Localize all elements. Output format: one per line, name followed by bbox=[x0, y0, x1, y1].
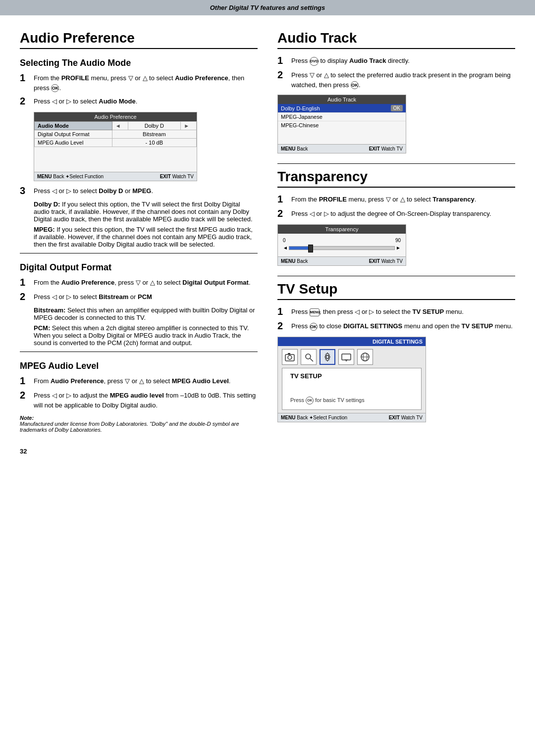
page-number-text: 32 bbox=[20, 448, 27, 455]
slider-thumb bbox=[308, 245, 313, 252]
menu-back-label: MENU Back ✦Select Function bbox=[37, 174, 104, 179]
table-cell-label: MPEG Audio Level bbox=[35, 139, 112, 147]
audio-track-empty bbox=[278, 129, 406, 144]
pcm-term: PCM: bbox=[34, 324, 50, 332]
mpeg-description: MPEG: If you select this option, the TV … bbox=[34, 226, 258, 248]
ok-button-icon: OK bbox=[51, 84, 59, 92]
transparency-bottom-bar: MENU Back EXIT Watch TV bbox=[278, 256, 406, 265]
step-content: Press ▽ or △ to select the preferred aud… bbox=[291, 70, 515, 90]
step-content: Press ◁ or ▷ to adjust the degree of On-… bbox=[291, 209, 515, 219]
mpeg-audio-level-title: MPEG Audio Level bbox=[20, 361, 258, 371]
step-number: 2 bbox=[277, 208, 291, 219]
step-content: Press ◁ or ▷ to adjust the MPEG audio le… bbox=[34, 391, 258, 410]
top-bar: Other Digital TV features and settings bbox=[0, 0, 535, 15]
transparency-slider[interactable] bbox=[289, 246, 395, 250]
tv-setup-steps: 1 Press MENU, then press ◁ or ▷ to selec… bbox=[277, 307, 515, 332]
svg-rect-6 bbox=[342, 354, 351, 360]
slider-max-label: 90 bbox=[395, 238, 401, 243]
ok-badge: OK bbox=[391, 105, 403, 111]
exit-label: EXIT Watch TV bbox=[389, 415, 423, 420]
transparency-slider-area: 0 90 ◄ ► bbox=[278, 234, 406, 256]
mpeg-audio-level-steps: 1 From Audio Preference, press ▽ or △ to… bbox=[20, 376, 258, 410]
svg-point-3 bbox=[306, 354, 311, 359]
step-content: Press ◁ or ▷ to select Dolby D or MPEG. bbox=[34, 186, 258, 196]
ds-icon-camera bbox=[282, 349, 298, 365]
step-content: Press DVD to display Audio Track directl… bbox=[291, 56, 515, 66]
ds-icon-globe bbox=[357, 349, 373, 365]
tv-setup-spacer bbox=[286, 381, 417, 396]
section-divider bbox=[277, 163, 515, 164]
step-item: 2 Press ◁ or ▷ to adjust the MPEG audio … bbox=[20, 391, 258, 410]
bitstream-term: Bitstream: bbox=[34, 306, 65, 314]
page-number: 32 bbox=[0, 443, 535, 460]
transparency-title: Transparency bbox=[277, 169, 515, 188]
digital-settings-ui-box: DIGITAL SETTINGS bbox=[277, 337, 426, 422]
step-item: 1 Press MENU, then press ◁ or ▷ to selec… bbox=[277, 307, 515, 317]
slider-container: ◄ ► bbox=[283, 245, 401, 251]
selecting-audio-mode-steps: 1 From the PROFILE menu, press ▽ or △ to… bbox=[20, 73, 258, 107]
audio-track-bottom-bar: MENU Back EXIT Watch TV bbox=[278, 144, 406, 153]
pcm-text: Select this when a 2ch digital stereo am… bbox=[34, 324, 249, 347]
step-number: 2 bbox=[20, 96, 34, 107]
arrow-right-icon: ► bbox=[396, 245, 401, 251]
digital-settings-icons bbox=[278, 346, 426, 368]
ds-icon-tv bbox=[338, 349, 354, 365]
ds-icon-gear bbox=[320, 349, 335, 365]
ok-icon: OK bbox=[351, 81, 359, 89]
transparency-labels: 0 90 bbox=[283, 238, 401, 243]
exit-label: EXIT Watch TV bbox=[369, 146, 403, 151]
section-divider bbox=[20, 352, 258, 352]
audio-track-ui-box: Audio Track Dolby D-English OK MPEG-Japa… bbox=[277, 95, 406, 153]
tv-setup-title: TV Setup bbox=[277, 281, 515, 300]
left-column: Audio Preference Selecting The Audio Mod… bbox=[20, 30, 258, 433]
note-text: Manufactured under license from Dolby La… bbox=[20, 421, 258, 433]
step-content: Press ◁ or ▷ to select Bitstream or PCM bbox=[34, 292, 258, 302]
transparency-box-title: Transparency bbox=[278, 225, 406, 234]
step-item: 2 Press ◁ or ▷ to select Bitstream or PC… bbox=[20, 292, 258, 302]
step-number: 2 bbox=[277, 320, 291, 332]
step-content: From the PROFILE menu, press ▽ or △ to s… bbox=[291, 195, 515, 204]
step-number: 1 bbox=[277, 55, 291, 66]
transparency-steps: 1 From the PROFILE menu, press ▽ or △ to… bbox=[277, 195, 515, 219]
step-number: 3 bbox=[20, 185, 34, 197]
exit-label: EXIT Watch TV bbox=[369, 258, 403, 264]
ok-button-icon: OK bbox=[310, 323, 318, 331]
step-item: 2 Press ◁ or ▷ to adjust the degree of O… bbox=[277, 209, 515, 219]
step-number: 1 bbox=[20, 277, 34, 288]
bitstream-description: Bitstream: Select this when an amplifier… bbox=[34, 306, 258, 321]
section-divider bbox=[20, 253, 258, 253]
transparency-ui-box: Transparency 0 90 ◄ ► bbox=[277, 224, 406, 266]
camera-icon bbox=[284, 352, 295, 362]
step-content: Press ◁ or ▷ to select Audio Mode. bbox=[34, 97, 258, 106]
slider-min-label: 0 bbox=[283, 238, 286, 243]
content-area: Audio Preference Selecting The Audio Mod… bbox=[0, 15, 535, 443]
step-item: 1 From the PROFILE menu, press ▽ or △ to… bbox=[277, 195, 515, 205]
mpeg-text: If you select this option, the TV will s… bbox=[34, 226, 253, 248]
audio-pref-bottom-bar: MENU Back ✦Select Function EXIT Watch TV bbox=[34, 172, 197, 181]
direct-button-icon: DVD bbox=[310, 57, 319, 66]
tv-icon bbox=[341, 352, 352, 362]
audio-track-title: Audio Track bbox=[277, 30, 515, 49]
tv-setup-bottom-bar: MENU Back ✦Select Function EXIT Watch TV bbox=[278, 413, 426, 422]
audio-preference-ui-box: Audio Preference Audio Mode ◄ Dolby D ► … bbox=[34, 112, 197, 181]
top-bar-text: Other Digital TV features and settings bbox=[210, 4, 325, 11]
menu-button-icon: MENU bbox=[310, 308, 320, 316]
table-cell-arrow-left: ◄ bbox=[112, 122, 128, 130]
tv-setup-inner-box: TV SETUP Press OK for basic TV settings bbox=[282, 368, 422, 410]
step-content: Press MENU, then press ◁ or ▷ to select … bbox=[291, 307, 515, 317]
svg-rect-2 bbox=[288, 353, 290, 354]
audio-track-item: MPEG-Chinese bbox=[278, 121, 406, 129]
audio-preference-table: Audio Mode ◄ Dolby D ► Digital Output Fo… bbox=[34, 121, 197, 147]
section-divider bbox=[277, 276, 515, 276]
arrow-left-icon: ◄ bbox=[283, 245, 288, 251]
step-item: 1 From Audio Preference, press ▽ or △ to… bbox=[20, 376, 258, 387]
exit-label: EXIT Watch TV bbox=[160, 174, 194, 179]
note-box: Note: Manufactured under license from Do… bbox=[20, 415, 258, 433]
table-row: Audio Mode ◄ Dolby D ► bbox=[35, 122, 197, 130]
audio-track-steps: 1 Press DVD to display Audio Track direc… bbox=[277, 56, 515, 90]
dolby-d-text: If you select this option, the TV will s… bbox=[34, 201, 253, 223]
table-cell-arrow-right: ► bbox=[181, 122, 197, 130]
audio-track-selected-item: Dolby D-English OK bbox=[278, 104, 406, 112]
globe-icon bbox=[360, 352, 371, 362]
step-content: From the PROFILE menu, press ▽ or △ to s… bbox=[34, 73, 258, 93]
